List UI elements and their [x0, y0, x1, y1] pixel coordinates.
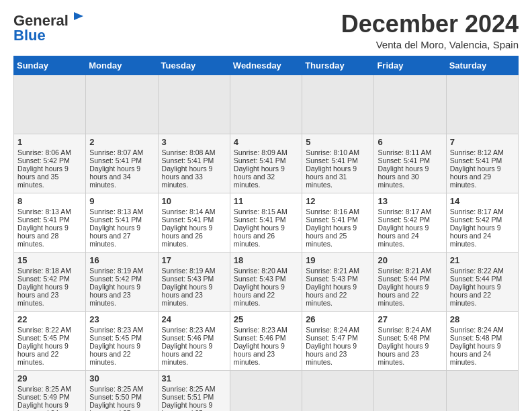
- calendar-cell: [230, 75, 302, 134]
- page-header: General Blue December 2024 Venta del Mor…: [13, 11, 519, 50]
- calendar-cell: 27Sunrise: 8:24 AMSunset: 5:48 PMDayligh…: [374, 311, 446, 370]
- sunrise-time: Sunrise: 8:22 AM: [17, 326, 71, 334]
- daylight-hours: Daylight hours 9 hours and 23 minutes.: [234, 342, 285, 366]
- calendar-cell: [302, 75, 374, 134]
- day-number: 14: [450, 196, 515, 206]
- sunrise-time: Sunrise: 8:25 AM: [89, 385, 143, 393]
- sunrise-time: Sunrise: 8:24 AM: [378, 326, 431, 334]
- calendar-week-row: 29Sunrise: 8:25 AMSunset: 5:49 PMDayligh…: [14, 370, 519, 411]
- daylight-hours: Daylight hours 9 hours and 22 minutes.: [17, 342, 69, 366]
- day-number: 15: [17, 255, 82, 265]
- sunrise-time: Sunrise: 8:13 AM: [17, 208, 71, 216]
- calendar-cell: [374, 370, 446, 411]
- logo: General Blue: [13, 11, 85, 43]
- day-header-tuesday: Tuesday: [158, 56, 230, 75]
- sunset-time: Sunset: 5:42 PM: [378, 216, 430, 224]
- sunset-time: Sunset: 5:41 PM: [306, 156, 358, 165]
- calendar-table: SundayMondayTuesdayWednesdayThursdayFrid…: [13, 56, 519, 411]
- sunrise-time: Sunrise: 8:23 AM: [162, 326, 216, 334]
- day-header-friday: Friday: [374, 56, 446, 75]
- daylight-hours: Daylight hours 9 hours and 22 minutes.: [234, 283, 285, 307]
- sunrise-time: Sunrise: 8:17 AM: [378, 208, 431, 216]
- calendar-cell: 4Sunrise: 8:09 AMSunset: 5:41 PMDaylight…: [230, 134, 302, 193]
- logo-blue-text: Blue: [13, 28, 46, 43]
- sunrise-time: Sunrise: 8:07 AM: [89, 148, 143, 156]
- day-number: 17: [162, 255, 226, 265]
- day-number: 5: [306, 137, 370, 147]
- daylight-hours: Daylight hours 9 hours and 23 minutes.: [306, 342, 357, 366]
- day-header-saturday: Saturday: [446, 56, 518, 75]
- sunset-time: Sunset: 5:41 PM: [234, 156, 286, 165]
- daylight-hours: Daylight hours 9 hours and 27 minutes.: [89, 224, 140, 248]
- sunset-time: Sunset: 5:42 PM: [89, 275, 142, 283]
- day-number: 28: [450, 314, 515, 324]
- month-title: December 2024: [341, 11, 519, 38]
- calendar-cell: 30Sunrise: 8:25 AMSunset: 5:50 PMDayligh…: [86, 370, 158, 411]
- sunset-time: Sunset: 5:41 PM: [378, 156, 430, 165]
- daylight-hours: Daylight hours 9 hours and 22 minutes.: [162, 342, 213, 366]
- day-number: 20: [378, 255, 442, 265]
- daylight-hours: Daylight hours 9 hours and 25 minutes.: [89, 401, 140, 411]
- sunrise-time: Sunrise: 8:16 AM: [306, 208, 359, 216]
- day-number: 24: [162, 314, 226, 324]
- sunrise-time: Sunrise: 8:22 AM: [450, 267, 504, 275]
- sunrise-time: Sunrise: 8:11 AM: [378, 148, 431, 156]
- day-number: 29: [17, 373, 82, 383]
- sunset-time: Sunset: 5:41 PM: [450, 156, 502, 165]
- daylight-hours: Daylight hours 9 hours and 25 minutes.: [162, 401, 213, 411]
- day-number: 12: [306, 196, 370, 206]
- sunrise-time: Sunrise: 8:17 AM: [450, 208, 504, 216]
- daylight-hours: Daylight hours 9 hours and 23 minutes.: [378, 342, 429, 366]
- daylight-hours: Daylight hours 9 hours and 22 minutes.: [378, 283, 429, 307]
- sunset-time: Sunset: 5:41 PM: [17, 216, 70, 224]
- sunrise-time: Sunrise: 8:24 AM: [306, 326, 359, 334]
- sunset-time: Sunset: 5:49 PM: [17, 393, 70, 401]
- sunset-time: Sunset: 5:41 PM: [306, 216, 358, 224]
- title-block: December 2024 Venta del Moro, Valencia, …: [341, 11, 519, 50]
- sunrise-time: Sunrise: 8:19 AM: [162, 267, 216, 275]
- day-header-sunday: Sunday: [14, 56, 86, 75]
- calendar-cell: 7Sunrise: 8:12 AMSunset: 5:41 PMDaylight…: [446, 134, 518, 193]
- calendar-cell: [446, 75, 518, 134]
- day-number: 25: [234, 314, 298, 324]
- day-number: 27: [378, 314, 442, 324]
- calendar-cell: 6Sunrise: 8:11 AMSunset: 5:41 PMDaylight…: [374, 134, 446, 193]
- calendar-cell: 1Sunrise: 8:06 AMSunset: 5:42 PMDaylight…: [14, 134, 86, 193]
- location-subtitle: Venta del Moro, Valencia, Spain: [341, 39, 519, 50]
- sunset-time: Sunset: 5:42 PM: [17, 156, 70, 165]
- sunrise-time: Sunrise: 8:14 AM: [162, 208, 216, 216]
- calendar-cell: [230, 370, 302, 411]
- calendar-cell: 17Sunrise: 8:19 AMSunset: 5:43 PMDayligh…: [158, 252, 230, 311]
- sunset-time: Sunset: 5:50 PM: [89, 393, 142, 401]
- calendar-cell: 9Sunrise: 8:13 AMSunset: 5:41 PMDaylight…: [86, 193, 158, 252]
- logo-flag-icon: [73, 11, 85, 26]
- sunrise-time: Sunrise: 8:25 AM: [17, 385, 71, 393]
- daylight-hours: Daylight hours 9 hours and 24 minutes.: [450, 224, 501, 248]
- calendar-cell: 29Sunrise: 8:25 AMSunset: 5:49 PMDayligh…: [14, 370, 86, 411]
- daylight-hours: Daylight hours 9 hours and 22 minutes.: [89, 342, 140, 366]
- sunrise-time: Sunrise: 8:12 AM: [450, 148, 504, 156]
- calendar-cell: 14Sunrise: 8:17 AMSunset: 5:42 PMDayligh…: [446, 193, 518, 252]
- day-header-monday: Monday: [86, 56, 158, 75]
- daylight-hours: Daylight hours 9 hours and 33 minutes.: [162, 165, 213, 189]
- daylight-hours: Daylight hours 9 hours and 23 minutes.: [17, 283, 69, 307]
- calendar-cell: 16Sunrise: 8:19 AMSunset: 5:42 PMDayligh…: [86, 252, 158, 311]
- calendar-cell: 3Sunrise: 8:08 AMSunset: 5:41 PMDaylight…: [158, 134, 230, 193]
- day-number: 1: [17, 137, 82, 147]
- day-number: 4: [234, 137, 298, 147]
- daylight-hours: Daylight hours 9 hours and 30 minutes.: [378, 165, 429, 189]
- day-number: 18: [234, 255, 298, 265]
- calendar-cell: 31Sunrise: 8:25 AMSunset: 5:51 PMDayligh…: [158, 370, 230, 411]
- calendar-cell: 19Sunrise: 8:21 AMSunset: 5:43 PMDayligh…: [302, 252, 374, 311]
- sunrise-time: Sunrise: 8:08 AM: [162, 148, 216, 156]
- sunset-time: Sunset: 5:48 PM: [450, 334, 502, 342]
- daylight-hours: Daylight hours 9 hours and 22 minutes.: [450, 283, 501, 307]
- calendar-cell: [14, 75, 86, 134]
- day-number: 10: [162, 196, 226, 206]
- calendar-cell: 21Sunrise: 8:22 AMSunset: 5:44 PMDayligh…: [446, 252, 518, 311]
- daylight-hours: Daylight hours 9 hours and 29 minutes.: [450, 165, 501, 189]
- sunset-time: Sunset: 5:41 PM: [89, 216, 142, 224]
- day-number: 21: [450, 255, 515, 265]
- calendar-cell: [446, 370, 518, 411]
- calendar-week-row: [14, 75, 519, 134]
